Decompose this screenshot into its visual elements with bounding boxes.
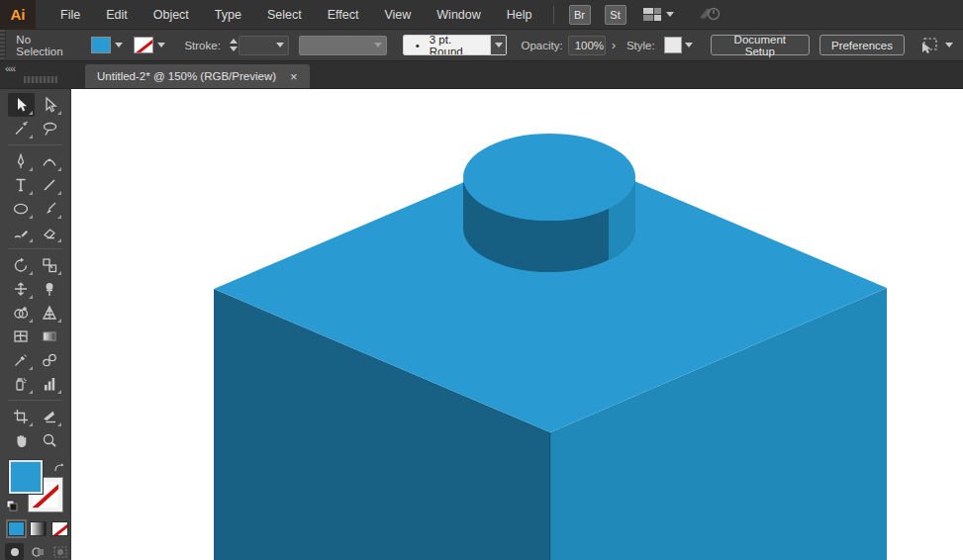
stepper-down-icon[interactable] <box>230 47 238 51</box>
stroke-color-widget[interactable] <box>134 37 168 53</box>
slice-tool[interactable] <box>37 405 63 428</box>
brush-definition-widget[interactable]: • 3 pt. Round <box>403 35 508 55</box>
control-bar-grip[interactable] <box>0 30 6 60</box>
menubar-separator <box>553 6 554 24</box>
stock-button[interactable]: St <box>605 5 626 25</box>
opacity-field[interactable]: 100% <box>568 36 606 55</box>
draw-inside-button[interactable] <box>51 543 70 560</box>
menu-window[interactable]: Window <box>424 0 493 30</box>
perspective-grid-tool[interactable] <box>37 301 63 325</box>
menu-select[interactable]: Select <box>254 0 315 30</box>
lasso-tool[interactable] <box>37 117 63 140</box>
mesh-tool[interactable] <box>8 325 35 348</box>
apply-color-button[interactable] <box>8 521 25 536</box>
width-tool[interactable] <box>8 277 35 301</box>
drawing-modes <box>0 536 70 560</box>
apply-color-row <box>0 517 70 536</box>
default-fill-stroke-icon[interactable] <box>6 498 18 515</box>
stroke-label[interactable]: Stroke: <box>184 40 220 51</box>
menu-effect[interactable]: Effect <box>315 0 372 30</box>
paintbrush-tool[interactable] <box>37 197 63 221</box>
tools-panel <box>0 89 71 560</box>
style-widget[interactable] <box>664 37 697 53</box>
rotate-tool[interactable] <box>8 253 35 277</box>
magic-wand-tool[interactable] <box>8 117 35 140</box>
apply-none-button[interactable] <box>51 521 68 536</box>
stud-top[interactable] <box>463 134 635 221</box>
menu-edit[interactable]: Edit <box>93 0 141 30</box>
workspace-switcher[interactable] <box>643 8 674 22</box>
menu-file[interactable]: File <box>48 0 93 30</box>
direct-selection-tool[interactable] <box>37 93 63 117</box>
curvature-tool[interactable] <box>37 149 63 173</box>
chevron-down-icon <box>115 43 123 47</box>
stroke-weight-dropdown[interactable] <box>273 37 288 53</box>
swap-fill-stroke-icon[interactable] <box>53 461 66 479</box>
fill-color-widget[interactable] <box>91 37 126 53</box>
shape-builder-tool[interactable] <box>8 301 35 325</box>
select-similar-objects-icon <box>919 37 939 54</box>
style-label[interactable]: Style: <box>626 40 655 51</box>
gradient-tool[interactable] <box>37 325 63 348</box>
hand-tool[interactable] <box>8 428 35 452</box>
menu-view[interactable]: View <box>371 0 424 30</box>
draw-behind-button[interactable] <box>28 543 47 560</box>
tools-dock-header: «« <box>0 60 71 88</box>
ellipse-tool[interactable] <box>8 197 35 221</box>
touch-workspace-icon <box>698 4 722 26</box>
stroke-color-swatch-none[interactable] <box>134 37 153 53</box>
workspace <box>0 89 963 560</box>
brush-definition-value[interactable]: • 3 pt. Round <box>404 36 490 54</box>
toolbar-divider <box>8 400 62 401</box>
draw-normal-button[interactable] <box>5 543 24 560</box>
blend-tool[interactable] <box>37 348 63 372</box>
menu-object[interactable]: Object <box>141 0 202 30</box>
collapse-panel-icon[interactable]: «« <box>5 62 15 74</box>
style-dropdown[interactable] <box>682 37 697 53</box>
stroke-weight-stepper[interactable] <box>228 36 240 55</box>
stroke-color-dropdown[interactable] <box>153 37 168 53</box>
menu-type[interactable]: Type <box>202 0 254 30</box>
chevron-down-icon <box>666 12 674 17</box>
fill-color-swatch[interactable] <box>91 37 111 53</box>
type-tool[interactable] <box>8 173 35 197</box>
opacity-label[interactable]: Opacity: <box>521 40 562 51</box>
brush-definition-dropdown[interactable] <box>490 36 506 54</box>
eyedropper-tool[interactable] <box>8 348 35 372</box>
symbol-sprayer-tool[interactable] <box>8 372 35 396</box>
stepper-up-icon[interactable] <box>230 39 238 44</box>
close-icon[interactable]: × <box>290 70 298 83</box>
select-similar-widget[interactable] <box>919 37 953 54</box>
control-bar: No Selection Stroke: • 3 pt. Round <box>0 30 963 61</box>
puppet-warp-tool[interactable] <box>37 277 63 301</box>
scale-tool[interactable] <box>37 253 63 277</box>
width-profile-combo <box>299 36 387 55</box>
brush-dot-icon: • <box>416 40 420 51</box>
dock-grip[interactable] <box>24 76 57 83</box>
menu-help[interactable]: Help <box>494 0 545 30</box>
document-tab[interactable]: Untitled-2* @ 150% (RGB/Preview) × <box>85 64 310 88</box>
selection-tool[interactable] <box>8 93 35 117</box>
menu-bar: Ai File Edit Object Type Select Effect V… <box>0 0 963 30</box>
brush-name: 3 pt. Round <box>430 35 478 55</box>
fill-color-dropdown[interactable] <box>111 37 126 53</box>
column-graph-tool[interactable] <box>37 372 63 396</box>
line-segment-tool[interactable] <box>37 173 63 197</box>
chevron-down-icon <box>157 43 165 47</box>
preferences-button[interactable]: Preferences <box>819 35 905 55</box>
style-swatch[interactable] <box>664 37 682 53</box>
apply-gradient-button[interactable] <box>30 521 47 536</box>
opacity-panel-arrow[interactable]: › <box>606 39 622 52</box>
app-logo: Ai <box>0 0 36 30</box>
document-tab-bar: «« Untitled-2* @ 150% (RGB/Preview) × <box>0 61 963 89</box>
document-setup-button[interactable]: Document Setup <box>711 35 810 55</box>
canvas-artboard[interactable] <box>71 89 963 560</box>
zoom-tool[interactable] <box>37 428 63 452</box>
pen-tool[interactable] <box>8 149 35 173</box>
stroke-weight-combo[interactable] <box>239 36 288 55</box>
bridge-button[interactable]: Br <box>569 5 591 25</box>
artboard-tool[interactable] <box>8 405 35 428</box>
shaper-tool[interactable] <box>8 221 35 244</box>
eraser-tool[interactable] <box>37 221 63 244</box>
fill-proxy-swatch[interactable] <box>9 460 43 494</box>
